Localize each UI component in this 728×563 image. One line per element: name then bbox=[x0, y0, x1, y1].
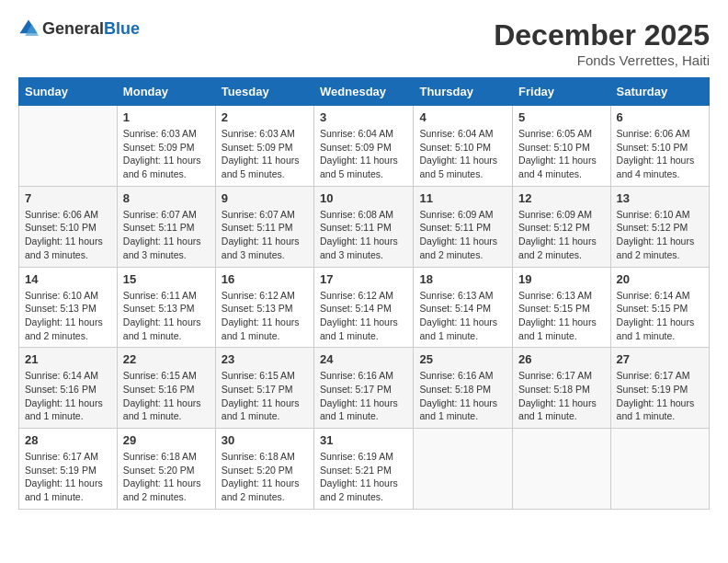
day-info: Sunrise: 6:13 AMSunset: 5:15 PMDaylight:… bbox=[518, 289, 604, 343]
calendar-cell: 11Sunrise: 6:09 AMSunset: 5:11 PMDayligh… bbox=[414, 186, 513, 267]
calendar-cell: 27Sunrise: 6:17 AMSunset: 5:19 PMDayligh… bbox=[610, 348, 709, 429]
calendar-cell: 29Sunrise: 6:18 AMSunset: 5:20 PMDayligh… bbox=[117, 429, 215, 510]
day-number: 23 bbox=[222, 352, 308, 366]
day-info: Sunrise: 6:10 AMSunset: 5:13 PMDaylight:… bbox=[25, 289, 111, 343]
calendar-week-row: 7Sunrise: 6:06 AMSunset: 5:10 PMDaylight… bbox=[19, 186, 710, 267]
calendar-cell: 14Sunrise: 6:10 AMSunset: 5:13 PMDayligh… bbox=[19, 267, 118, 348]
calendar-cell: 8Sunrise: 6:07 AMSunset: 5:11 PMDaylight… bbox=[117, 186, 215, 267]
day-number: 7 bbox=[25, 191, 111, 205]
day-info: Sunrise: 6:15 AMSunset: 5:17 PMDaylight:… bbox=[222, 369, 308, 423]
calendar-cell bbox=[414, 429, 513, 510]
day-info: Sunrise: 6:18 AMSunset: 5:20 PMDaylight:… bbox=[123, 450, 210, 504]
day-of-week-header: Saturday bbox=[610, 78, 709, 106]
day-number: 20 bbox=[617, 272, 703, 286]
calendar-week-row: 14Sunrise: 6:10 AMSunset: 5:13 PMDayligh… bbox=[19, 267, 710, 348]
calendar-cell: 1Sunrise: 6:03 AMSunset: 5:09 PMDaylight… bbox=[117, 106, 215, 187]
day-number: 29 bbox=[123, 433, 210, 447]
day-number: 15 bbox=[123, 272, 210, 286]
calendar-cell: 16Sunrise: 6:12 AMSunset: 5:13 PMDayligh… bbox=[215, 267, 313, 348]
calendar-cell: 22Sunrise: 6:15 AMSunset: 5:16 PMDayligh… bbox=[117, 348, 215, 429]
day-of-week-header: Friday bbox=[513, 78, 610, 106]
calendar-cell: 3Sunrise: 6:04 AMSunset: 5:09 PMDaylight… bbox=[314, 106, 414, 187]
calendar-cell: 21Sunrise: 6:14 AMSunset: 5:16 PMDayligh… bbox=[19, 348, 118, 429]
day-of-week-header: Tuesday bbox=[215, 78, 313, 106]
day-number: 3 bbox=[320, 110, 407, 124]
logo: GeneralBlue bbox=[18, 18, 140, 39]
calendar-cell bbox=[513, 429, 610, 510]
day-info: Sunrise: 6:17 AMSunset: 5:19 PMDaylight:… bbox=[617, 369, 703, 423]
day-number: 11 bbox=[419, 191, 506, 205]
calendar-cell: 17Sunrise: 6:12 AMSunset: 5:14 PMDayligh… bbox=[314, 267, 414, 348]
day-number: 25 bbox=[419, 352, 506, 366]
title-section: December 2025 Fonds Verrettes, Haiti bbox=[494, 18, 710, 68]
day-number: 1 bbox=[123, 110, 210, 124]
month-title: December 2025 bbox=[494, 18, 710, 52]
day-info: Sunrise: 6:14 AMSunset: 5:15 PMDaylight:… bbox=[617, 289, 703, 343]
calendar-cell: 26Sunrise: 6:17 AMSunset: 5:18 PMDayligh… bbox=[513, 348, 610, 429]
day-info: Sunrise: 6:09 AMSunset: 5:12 PMDaylight:… bbox=[518, 208, 604, 262]
day-number: 26 bbox=[518, 352, 604, 366]
day-info: Sunrise: 6:06 AMSunset: 5:10 PMDaylight:… bbox=[25, 208, 111, 262]
calendar-cell: 6Sunrise: 6:06 AMSunset: 5:10 PMDaylight… bbox=[610, 106, 709, 187]
calendar-cell: 2Sunrise: 6:03 AMSunset: 5:09 PMDaylight… bbox=[215, 106, 313, 187]
day-number: 24 bbox=[320, 352, 407, 366]
calendar-cell: 5Sunrise: 6:05 AMSunset: 5:10 PMDaylight… bbox=[513, 106, 610, 187]
logo-general: General bbox=[42, 19, 104, 38]
day-info: Sunrise: 6:14 AMSunset: 5:16 PMDaylight:… bbox=[25, 369, 111, 423]
calendar-table: SundayMondayTuesdayWednesdayThursdayFrid… bbox=[18, 77, 710, 510]
calendar-cell: 28Sunrise: 6:17 AMSunset: 5:19 PMDayligh… bbox=[19, 429, 118, 510]
day-number: 10 bbox=[320, 191, 407, 205]
day-info: Sunrise: 6:09 AMSunset: 5:11 PMDaylight:… bbox=[419, 208, 506, 262]
calendar-cell bbox=[610, 429, 709, 510]
day-info: Sunrise: 6:04 AMSunset: 5:10 PMDaylight:… bbox=[419, 127, 506, 181]
day-number: 30 bbox=[222, 433, 308, 447]
day-number: 22 bbox=[123, 352, 210, 366]
day-info: Sunrise: 6:16 AMSunset: 5:17 PMDaylight:… bbox=[320, 369, 407, 423]
calendar-cell: 25Sunrise: 6:16 AMSunset: 5:18 PMDayligh… bbox=[414, 348, 513, 429]
day-number: 4 bbox=[419, 110, 506, 124]
day-info: Sunrise: 6:17 AMSunset: 5:19 PMDaylight:… bbox=[25, 450, 111, 504]
day-info: Sunrise: 6:03 AMSunset: 5:09 PMDaylight:… bbox=[222, 127, 308, 181]
calendar-cell: 30Sunrise: 6:18 AMSunset: 5:20 PMDayligh… bbox=[215, 429, 313, 510]
day-number: 31 bbox=[320, 433, 407, 447]
calendar-cell: 19Sunrise: 6:13 AMSunset: 5:15 PMDayligh… bbox=[513, 267, 610, 348]
day-number: 12 bbox=[518, 191, 604, 205]
location: Fonds Verrettes, Haiti bbox=[494, 52, 710, 68]
day-number: 6 bbox=[617, 110, 703, 124]
day-info: Sunrise: 6:18 AMSunset: 5:20 PMDaylight:… bbox=[222, 450, 308, 504]
page-header: GeneralBlue December 2025 Fonds Verrette… bbox=[18, 18, 710, 68]
day-number: 2 bbox=[222, 110, 308, 124]
day-number: 19 bbox=[518, 272, 604, 286]
day-info: Sunrise: 6:13 AMSunset: 5:14 PMDaylight:… bbox=[419, 289, 506, 343]
day-info: Sunrise: 6:17 AMSunset: 5:18 PMDaylight:… bbox=[518, 369, 604, 423]
day-info: Sunrise: 6:05 AMSunset: 5:10 PMDaylight:… bbox=[518, 127, 604, 181]
day-info: Sunrise: 6:08 AMSunset: 5:11 PMDaylight:… bbox=[320, 208, 407, 262]
calendar-cell: 9Sunrise: 6:07 AMSunset: 5:11 PMDaylight… bbox=[215, 186, 313, 267]
calendar-cell: 12Sunrise: 6:09 AMSunset: 5:12 PMDayligh… bbox=[513, 186, 610, 267]
day-of-week-header: Monday bbox=[117, 78, 215, 106]
day-info: Sunrise: 6:07 AMSunset: 5:11 PMDaylight:… bbox=[222, 208, 308, 262]
day-number: 9 bbox=[222, 191, 308, 205]
day-number: 17 bbox=[320, 272, 407, 286]
day-number: 16 bbox=[222, 272, 308, 286]
day-info: Sunrise: 6:10 AMSunset: 5:12 PMDaylight:… bbox=[617, 208, 703, 262]
calendar-cell: 18Sunrise: 6:13 AMSunset: 5:14 PMDayligh… bbox=[414, 267, 513, 348]
day-number: 8 bbox=[123, 191, 210, 205]
day-number: 18 bbox=[419, 272, 506, 286]
day-number: 21 bbox=[25, 352, 111, 366]
day-info: Sunrise: 6:15 AMSunset: 5:16 PMDaylight:… bbox=[123, 369, 210, 423]
calendar-header-row: SundayMondayTuesdayWednesdayThursdayFrid… bbox=[19, 78, 710, 106]
logo-icon bbox=[18, 18, 39, 39]
calendar-cell: 20Sunrise: 6:14 AMSunset: 5:15 PMDayligh… bbox=[610, 267, 709, 348]
day-number: 28 bbox=[25, 433, 111, 447]
logo-text: GeneralBlue bbox=[42, 19, 140, 39]
day-info: Sunrise: 6:03 AMSunset: 5:09 PMDaylight:… bbox=[123, 127, 210, 181]
day-info: Sunrise: 6:12 AMSunset: 5:14 PMDaylight:… bbox=[320, 289, 407, 343]
day-info: Sunrise: 6:11 AMSunset: 5:13 PMDaylight:… bbox=[123, 289, 210, 343]
calendar-cell: 31Sunrise: 6:19 AMSunset: 5:21 PMDayligh… bbox=[314, 429, 414, 510]
calendar-cell: 7Sunrise: 6:06 AMSunset: 5:10 PMDaylight… bbox=[19, 186, 118, 267]
day-number: 5 bbox=[518, 110, 604, 124]
calendar-cell: 4Sunrise: 6:04 AMSunset: 5:10 PMDaylight… bbox=[414, 106, 513, 187]
day-number: 27 bbox=[617, 352, 703, 366]
day-number: 14 bbox=[25, 272, 111, 286]
